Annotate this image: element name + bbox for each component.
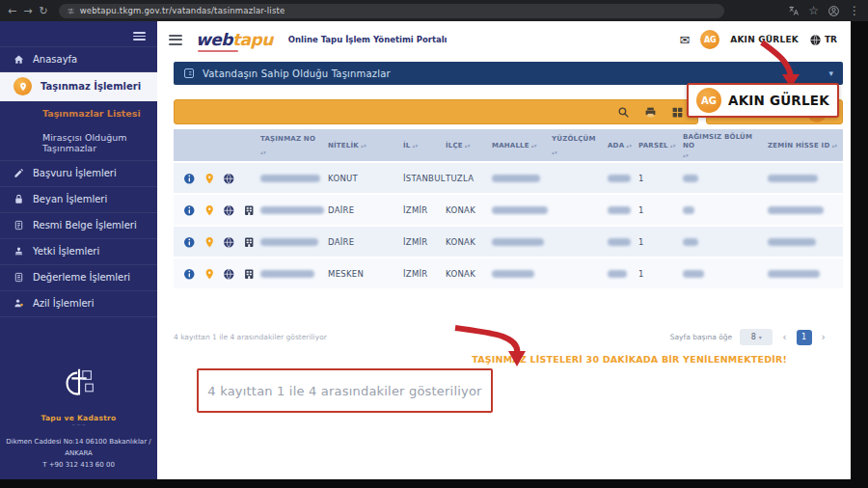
menu-toggle-icon[interactable] xyxy=(169,32,182,47)
column-header[interactable]: TAŞINMAZ NO▴▾ xyxy=(258,129,326,161)
building-icon[interactable] xyxy=(243,236,256,249)
sort-icon[interactable]: ▴▾ xyxy=(552,149,557,156)
sort-icon[interactable]: ▴▾ xyxy=(831,143,837,149)
language-selector[interactable]: TR xyxy=(809,34,837,46)
pagination: Sayfa başına öğe 8 ▾ ‹ 1 › xyxy=(670,329,843,345)
next-page-button[interactable]: › xyxy=(818,331,829,343)
redacted-value xyxy=(260,238,318,246)
building-icon[interactable] xyxy=(243,204,256,217)
sort-icon[interactable]: ▴▾ xyxy=(465,143,471,149)
messages-envelope-icon[interactable]: ✉ xyxy=(679,33,690,47)
column-header[interactable]: BAĞIMSIZ BÖLÜM NO▴▾ xyxy=(681,129,766,161)
sort-icon[interactable]: ▴▾ xyxy=(683,152,689,159)
browser-menu-icon[interactable]: ⋮ xyxy=(849,5,860,16)
cell-parsel: 1 xyxy=(637,227,681,257)
cell-yuzolcum xyxy=(550,195,606,225)
sidebar-subitem-mirascisi[interactable]: Mirasçısı Olduğum Taşınmazlar xyxy=(0,125,157,160)
webtapu-logo: web tapu xyxy=(196,30,273,49)
sort-icon[interactable]: ▴▾ xyxy=(412,143,418,149)
sidebar-item-yetki-islemleri[interactable]: Yetki İşlemleri xyxy=(0,239,157,265)
sort-icon[interactable]: ▴▾ xyxy=(361,143,366,149)
info-icon[interactable] xyxy=(183,236,196,249)
sort-icon[interactable]: ▴▾ xyxy=(670,143,676,149)
parcel-globe-icon[interactable] xyxy=(223,173,235,185)
search-icon[interactable] xyxy=(617,106,630,119)
column-header[interactable]: PARSEL▴▾ xyxy=(637,129,681,161)
column-header[interactable]: İLÇE▴▾ xyxy=(444,129,490,161)
section-banner[interactable]: Vatandaşın Sahip Olduğu Taşınmazlar ▾ xyxy=(174,62,843,85)
site-settings-icon[interactable] xyxy=(67,7,75,15)
redacted-value xyxy=(683,206,694,214)
redacted-value xyxy=(492,270,534,278)
parcel-globe-icon[interactable] xyxy=(223,268,235,281)
column-header[interactable]: ADA▴▾ xyxy=(606,129,637,161)
url-text[interactable]: webtapu.tkgm.gov.tr/vatandas/tasinmazlar… xyxy=(80,6,285,15)
map-pin-icon[interactable] xyxy=(203,204,216,217)
cell-parsel: 1 xyxy=(637,258,681,288)
info-icon[interactable] xyxy=(183,268,196,281)
logo-underline xyxy=(198,50,238,52)
banner-chevron-down-icon[interactable]: ▾ xyxy=(828,68,833,78)
sidebar-item-basvuru-islemleri[interactable]: Başvuru İşlemleri xyxy=(0,161,157,187)
home-icon xyxy=(14,54,24,65)
page-number-button[interactable]: 1 xyxy=(797,330,812,345)
sidebar-item-degerleme[interactable]: Değerleme İşlemleri xyxy=(0,265,157,291)
browser-profile-icon[interactable] xyxy=(827,5,840,17)
sidebar-item-label: Başvuru İşlemleri xyxy=(33,168,117,178)
redacted-value xyxy=(608,175,631,182)
table-row[interactable]: MESKEN İZMİR KONAK 1 xyxy=(174,257,843,288)
sort-icon[interactable]: ▴▾ xyxy=(626,143,632,149)
sidebar-item-label: Taşınmaz İşlemleri xyxy=(41,81,141,92)
sidebar-item-tasinmaz-islemleri[interactable]: Taşınmaz İşlemleri xyxy=(0,72,157,101)
cell-bagimsiz-bolum xyxy=(681,227,766,257)
sidebar-collapse-icon[interactable] xyxy=(133,30,146,42)
table-row[interactable]: DAİRE İZMİR KONAK 1 xyxy=(174,225,843,257)
grid-view-icon[interactable] xyxy=(671,106,684,119)
letterbox-bottom xyxy=(0,479,868,488)
address-bar[interactable]: webtapu.tkgm.gov.tr/vatandas/tasinmazlar… xyxy=(59,4,724,18)
redacted-value xyxy=(492,206,548,214)
sidebar-item-resmi-belge[interactable]: Resmi Belge İşlemleri xyxy=(0,213,157,239)
sidebar-item-azil-islemleri[interactable]: Azil İşlemleri xyxy=(0,291,157,317)
sidebar-subitem-tasinmazlar-listesi[interactable]: Taşınmazlar Listesi xyxy=(0,101,157,125)
table-row[interactable]: DAİRE İZMİR KONAK 1 xyxy=(174,193,843,225)
browser-reload-icon[interactable]: ↻ xyxy=(39,6,47,16)
map-pin-icon[interactable] xyxy=(203,173,216,185)
valuation-document-icon xyxy=(14,272,24,283)
column-header[interactable]: MAHALLE▴▾ xyxy=(490,129,550,161)
user-avatar[interactable]: AG xyxy=(700,30,719,49)
sidebar-org-subtitle: — — — xyxy=(0,422,157,427)
header-actions: ✉ AG AKIN GÜRLEK TR xyxy=(679,30,837,49)
browser-forward-icon[interactable]: → xyxy=(23,6,32,16)
refresh-notice: TAŞINMAZ LİSTELERİ 30 DAKİKADA BİR YENİL… xyxy=(174,354,843,365)
column-header[interactable]: NİTELİK▴▾ xyxy=(326,129,401,161)
info-icon[interactable] xyxy=(183,173,196,185)
print-icon[interactable] xyxy=(644,106,657,119)
sort-icon[interactable]: ▴▾ xyxy=(260,149,266,156)
browser-back-icon[interactable]: ← xyxy=(8,6,16,16)
pen-icon xyxy=(14,168,24,178)
sidebar-item-anasayfa[interactable]: Anasayfa xyxy=(0,46,157,72)
column-header[interactable]: ZEMİN HİSSE ID▴▾ xyxy=(766,129,843,161)
map-pin-icon[interactable] xyxy=(203,236,216,249)
cell-tasinmaz-no xyxy=(258,195,326,225)
per-page-select[interactable]: 8 ▾ xyxy=(740,329,773,345)
sidebar-item-beyan-islemleri[interactable]: Beyan İşlemleri xyxy=(0,187,157,213)
map-pin-icon[interactable] xyxy=(203,268,216,281)
column-header[interactable]: İL▴▾ xyxy=(401,129,444,161)
parcel-globe-icon[interactable] xyxy=(223,204,235,217)
translate-icon[interactable] xyxy=(788,5,800,16)
building-icon[interactable] xyxy=(243,268,256,281)
cell-mahalle xyxy=(490,258,550,288)
user-name[interactable]: AKIN GÜRLEK xyxy=(730,35,799,44)
bookmark-star-icon[interactable]: ☆ xyxy=(808,5,819,16)
parcel-globe-icon[interactable] xyxy=(223,236,235,249)
sidebar: Anasayfa Taşınmaz İşlemleri Taşınmazlar … xyxy=(0,21,157,479)
info-icon[interactable] xyxy=(183,204,196,217)
browser-actions: ☆ ⋮ xyxy=(788,5,860,17)
cell-nitelik: DAİRE xyxy=(326,195,401,225)
prev-page-button[interactable]: ‹ xyxy=(778,331,790,343)
column-header[interactable]: YÜZÖLÇÜM▴▾ xyxy=(550,129,606,161)
table-row[interactable]: KONUT İSTANBUL TUZLA 1 xyxy=(174,161,843,193)
sort-icon[interactable]: ▴▾ xyxy=(531,143,537,149)
